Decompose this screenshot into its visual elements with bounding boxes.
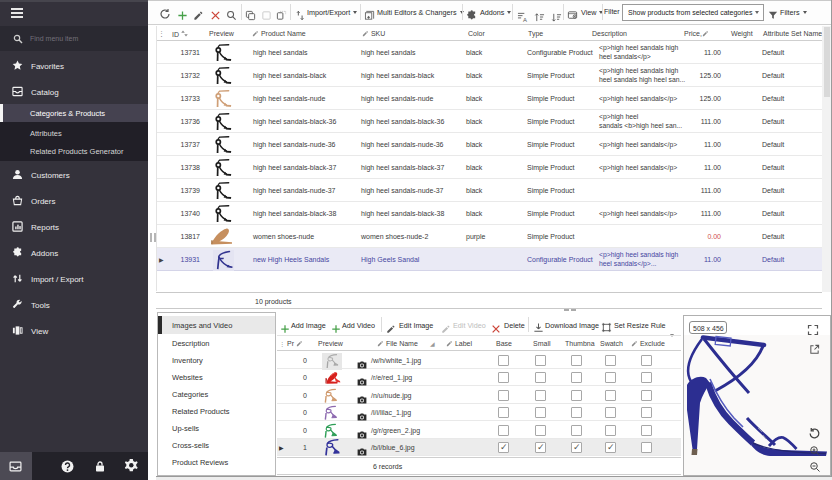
svg-text:A: A <box>523 17 527 22</box>
